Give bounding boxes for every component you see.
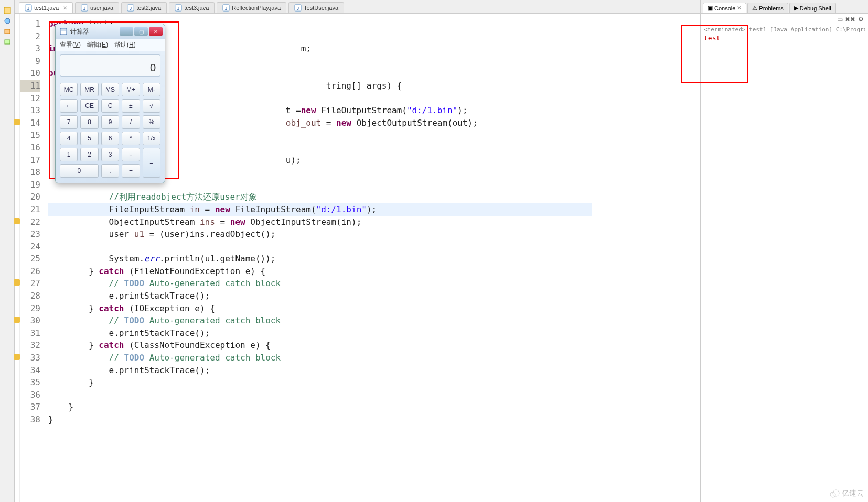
gutter-marker	[15, 389, 19, 401]
editor-tab[interactable]: JReflectionPlay.java	[217, 2, 286, 13]
remove-launch-icon[interactable]: ▭	[835, 15, 844, 24]
line-number: 15	[20, 129, 40, 141]
remove-all-icon[interactable]: ✖✖	[846, 15, 854, 24]
calculator-titlebar[interactable]: 计算器 — ▢ ✕	[56, 24, 165, 39]
svg-rect-2	[5, 29, 10, 34]
calc-button[interactable]: ←	[60, 99, 78, 113]
gutter-marker	[15, 129, 19, 141]
line-number: 38	[20, 413, 40, 426]
gutter-marker	[15, 166, 19, 179]
calc-button[interactable]: =	[143, 148, 160, 178]
calc-button[interactable]: M+	[122, 83, 140, 96]
panel-tab[interactable]: ▣Console ✕	[703, 3, 746, 13]
code-line[interactable]: } catch (FileNotFoundException e) {	[48, 265, 592, 278]
calc-button[interactable]: 1	[60, 148, 78, 161]
right-panel-tabs: ▣Console ✕⚠Problems▶Debug Shell	[701, 0, 868, 14]
line-number: 23	[20, 228, 40, 241]
calc-button[interactable]: 2	[80, 148, 98, 161]
calc-button[interactable]: -	[122, 148, 140, 161]
gutter-marker	[15, 352, 19, 364]
calc-button[interactable]: 8	[80, 115, 98, 129]
panel-tab-label: Problems	[759, 5, 783, 12]
calc-button[interactable]: 3	[101, 148, 119, 161]
calc-button[interactable]: 0	[60, 164, 99, 178]
code-line[interactable]: } catch (IOException e) {	[48, 302, 592, 315]
editor-tab[interactable]: Jtest2.java	[121, 2, 167, 13]
code-line[interactable]: e.printStackTrace();	[48, 364, 592, 377]
calc-button[interactable]: 7	[60, 115, 78, 129]
calc-menu-item[interactable]: 查看(V)	[60, 40, 81, 49]
editor-tab[interactable]: Jtest1.java✕	[19, 2, 73, 13]
calc-button[interactable]: C	[101, 99, 119, 113]
calc-button[interactable]: MC	[60, 83, 78, 96]
calculator-menubar: 查看(V)编辑(E)帮助(H)	[56, 39, 165, 51]
code-line[interactable]: //利用readobject方法还原user对象	[48, 191, 592, 203]
close-button[interactable]: ✕	[149, 27, 163, 36]
code-line[interactable]	[48, 241, 592, 253]
code-line[interactable]: FileInputStream in = new FileInputStream…	[48, 203, 592, 216]
calc-button[interactable]: M-	[143, 83, 160, 96]
calc-button[interactable]: %	[143, 115, 160, 129]
calc-button[interactable]: √	[143, 99, 160, 113]
gutter-marker	[15, 92, 19, 105]
code-line[interactable]: } catch (ClassNotFoundException e) {	[48, 339, 592, 352]
calculator-window[interactable]: 计算器 — ▢ ✕ 查看(V)编辑(E)帮助(H) 0 MCMRMSM+M-←C…	[55, 24, 165, 183]
code-line[interactable]: System.err.println(u1.getName());	[48, 253, 592, 265]
calc-button[interactable]: CE	[80, 99, 98, 113]
code-line[interactable]	[48, 389, 592, 401]
code-line[interactable]: user u1 = (user)ins.readObject();	[48, 228, 592, 241]
line-number: 21	[20, 203, 40, 216]
svg-text:J: J	[225, 6, 227, 11]
pin-console-icon[interactable]: ⚙	[856, 15, 865, 24]
editor-tab[interactable]: Jtest3.java	[169, 2, 215, 13]
calc-button[interactable]: *	[122, 132, 140, 145]
line-number: 32	[20, 339, 40, 352]
editor-tab[interactable]: Juser.java	[75, 2, 119, 13]
code-line[interactable]: // TODO Auto-generated catch block	[48, 314, 592, 327]
svg-text:J: J	[177, 6, 179, 11]
calc-button[interactable]: MR	[80, 83, 98, 96]
tab-label: test2.java	[136, 5, 161, 11]
svg-point-1	[5, 18, 10, 24]
panel-tab-icon: ▶	[794, 5, 798, 12]
calc-button[interactable]: /	[122, 115, 140, 129]
calc-menu-item[interactable]: 帮助(H)	[114, 40, 136, 49]
code-line[interactable]: }	[48, 376, 592, 389]
right-panel: ▣Console ✕⚠Problems▶Debug Shell ▭ ✖✖ ⚙ <…	[700, 0, 868, 502]
maximize-button[interactable]: ▢	[134, 27, 148, 36]
code-line[interactable]: // TODO Auto-generated catch block	[48, 277, 592, 290]
calc-button[interactable]: ±	[122, 99, 140, 113]
panel-tab[interactable]: ▶Debug Shell	[789, 3, 836, 13]
code-line[interactable]: e.printStackTrace();	[48, 290, 592, 302]
line-number: 31	[20, 327, 40, 340]
editor-tab[interactable]: JTestUser.java	[288, 2, 344, 13]
gutter-marker	[15, 154, 19, 167]
calc-button[interactable]: 1/x	[143, 132, 160, 145]
calc-button[interactable]: .	[101, 164, 119, 178]
svg-rect-0	[4, 7, 10, 14]
tool-icon[interactable]	[3, 17, 12, 25]
calc-button[interactable]: 5	[80, 132, 98, 145]
calc-button[interactable]: 9	[101, 115, 119, 129]
code-line[interactable]: // TODO Auto-generated catch block	[48, 352, 592, 364]
tool-icon[interactable]	[3, 27, 12, 36]
gutter-marker	[15, 191, 19, 203]
close-icon[interactable]: ✕	[737, 5, 742, 12]
calc-button[interactable]: +	[122, 164, 140, 178]
line-number: 30	[20, 314, 40, 327]
panel-tab[interactable]: ⚠Problems	[747, 3, 788, 13]
tool-icon[interactable]	[3, 6, 12, 15]
code-line[interactable]: e.printStackTrace();	[48, 327, 592, 340]
code-line[interactable]: ObjectInputStream ins = new ObjectInputS…	[48, 216, 592, 228]
code-line[interactable]: }	[48, 401, 592, 413]
code-line[interactable]: }	[48, 413, 592, 426]
calc-button[interactable]: MS	[101, 83, 119, 96]
calc-button[interactable]: 4	[60, 132, 78, 145]
calc-button[interactable]: 6	[101, 132, 119, 145]
line-number: 25	[20, 253, 40, 265]
calc-menu-item[interactable]: 编辑(E)	[87, 40, 108, 49]
close-tab-icon[interactable]: ✕	[63, 5, 67, 11]
minimize-button[interactable]: —	[120, 27, 133, 36]
gutter-marker	[15, 80, 19, 92]
tool-icon[interactable]	[3, 38, 12, 46]
